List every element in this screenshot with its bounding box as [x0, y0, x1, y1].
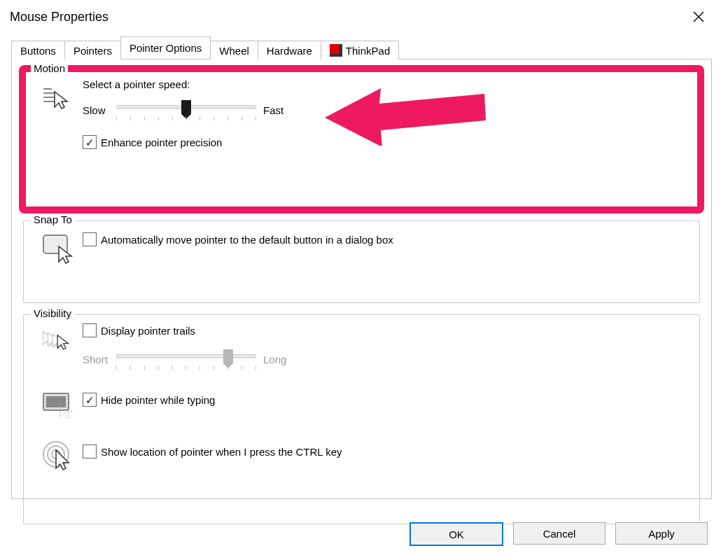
tab-pointer-options[interactable]: Pointer Options [120, 36, 211, 59]
slider-fast-label: Fast [256, 104, 297, 116]
group-visibility-legend: Visibility [31, 307, 74, 319]
group-snap-to-legend: Snap To [31, 214, 75, 225]
checkbox-icon [83, 135, 97, 149]
checkbox-icon [83, 393, 97, 407]
hide-while-typing-icon [42, 388, 74, 421]
checkbox-icon [83, 232, 97, 246]
tab-hardware[interactable]: Hardware [258, 41, 321, 59]
group-motion: Motion Select a pointer speed [23, 69, 700, 209]
pointer-trails-label: Display pointer trails [101, 325, 195, 337]
cancel-button[interactable]: Cancel [513, 522, 606, 545]
group-snap-to: Snap To Automatically move pointer to th… [23, 220, 700, 303]
mouse-properties-dialog: Mouse Properties Buttons Pointers Pointe… [3, 2, 720, 552]
thinkpad-icon [330, 44, 342, 57]
tab-wheel[interactable]: Wheel [210, 41, 258, 59]
enhance-precision-label: Enhance pointer precision [101, 136, 222, 148]
trails-length-slider [116, 349, 256, 369]
tab-buttons[interactable]: Buttons [11, 41, 65, 59]
ok-button[interactable]: OK [410, 522, 503, 546]
checkbox-icon [83, 444, 97, 458]
tab-pointers[interactable]: Pointers [64, 41, 121, 59]
dialog-button-bar: OK Cancel Apply [410, 522, 708, 546]
slider-slow-label: Slow [83, 104, 116, 116]
pointer-trails-checkbox[interactable]: Display pointer trails [83, 323, 195, 337]
pointer-speed-slider[interactable] [116, 100, 256, 120]
enhance-precision-checkbox[interactable]: Enhance pointer precision [83, 135, 222, 149]
dialog-title: Mouse Properties [10, 10, 108, 24]
hide-while-typing-checkbox[interactable]: Hide pointer while typing [83, 393, 215, 407]
slider-short-label: Short [83, 354, 116, 365]
trails-length-slider-thumb [223, 349, 233, 363]
group-visibility: Visibility [23, 314, 700, 524]
ctrl-locate-label: Show location of pointer when I press th… [101, 446, 342, 458]
tab-thinkpad-label: ThinkPad [346, 45, 390, 57]
snap-to-icon [42, 232, 74, 265]
tab-page-pointer-options: Motion Select a pointer speed [11, 59, 712, 499]
snap-to-label: Automatically move pointer to the defaul… [101, 234, 393, 246]
hide-while-typing-label: Hide pointer while typing [101, 394, 215, 406]
svg-rect-9 [46, 396, 66, 407]
close-button[interactable] [685, 6, 712, 27]
tab-strip: Buttons Pointers Pointer Options Wheel H… [11, 37, 712, 59]
apply-button[interactable]: Apply [615, 522, 708, 545]
pointer-speed-label: Select a pointer speed: [83, 78, 690, 90]
ctrl-locate-icon [42, 440, 74, 472]
tab-thinkpad[interactable]: ThinkPad [321, 41, 399, 59]
slider-long-label: Long [256, 354, 297, 365]
pointer-speed-slider-thumb[interactable] [181, 100, 191, 114]
ctrl-locate-checkbox[interactable]: Show location of pointer when I press th… [83, 444, 342, 458]
pointer-trails-icon [42, 326, 74, 358]
pointer-speed-icon [42, 81, 74, 113]
checkbox-icon [83, 323, 97, 337]
snap-to-checkbox[interactable]: Automatically move pointer to the defaul… [83, 232, 393, 246]
title-bar: Mouse Properties [3, 2, 720, 33]
group-motion-legend: Motion [31, 62, 68, 74]
close-icon [692, 10, 705, 23]
